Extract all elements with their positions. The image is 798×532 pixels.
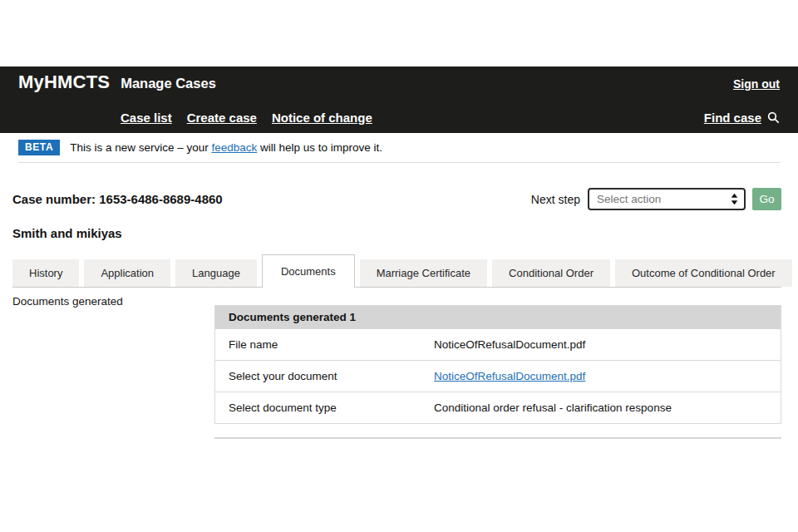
beta-banner: BETA This is a new service – your feedba… [18, 133, 780, 163]
main-content: Case number: 1653-6486-8689-4860 Next st… [0, 188, 798, 439]
nav-create-case[interactable]: Create case [187, 111, 257, 125]
brand-logo: MyHMCTS [18, 71, 110, 93]
next-step-selected-value: Select action [597, 193, 731, 205]
tab-application[interactable]: Application [84, 259, 170, 287]
case-number: Case number: 1653-6486-8689-4860 [12, 192, 223, 206]
app-header: MyHMCTS Manage Cases Sign out Case list … [0, 66, 798, 133]
beta-text-prefix: This is a new service – your [70, 141, 211, 154]
tab-documents[interactable]: Documents [262, 254, 355, 288]
nav-case-list[interactable]: Case list [121, 111, 172, 125]
tab-language[interactable]: Language [175, 259, 257, 287]
tab-marriage-certificate[interactable]: Marriage Certificate [360, 259, 487, 287]
tab-history[interactable]: History [12, 259, 79, 287]
case-tabs: History Application Language Documents M… [12, 254, 781, 288]
row-label: File name [215, 329, 421, 360]
tab-conditional-order[interactable]: Conditional Order [492, 259, 610, 287]
case-parties-title: Smith and mikiyas [12, 226, 781, 240]
beta-text-suffix: will help us to improve it. [257, 141, 382, 154]
service-title: Manage Cases [121, 76, 216, 91]
next-step-label: Next step [531, 193, 580, 206]
beta-badge: BETA [18, 140, 60, 155]
table-row: Select your document NoticeOfRefusalDocu… [215, 361, 781, 392]
search-icon[interactable] [767, 111, 780, 124]
row-label: Select your document [215, 361, 421, 392]
tab-outcome-of-conditional-order[interactable]: Outcome of Conditional Order [615, 259, 792, 287]
feedback-link[interactable]: feedback [212, 141, 258, 154]
next-step-control: Next step Select action Go [531, 188, 781, 210]
row-label: Select document type [215, 392, 421, 423]
nav-notice-of-change[interactable]: Notice of change [272, 111, 372, 125]
document-type-value: Conditional order refusal - clarificatio… [421, 392, 781, 423]
field-group-label: Documents generated [12, 288, 214, 308]
select-spinner-icon [731, 193, 738, 205]
table-header: Documents generated 1 [215, 306, 781, 329]
find-case-link[interactable]: Find case [704, 111, 761, 125]
page-top-whitespace [0, 0, 798, 66]
sign-out-link[interactable]: Sign out [733, 77, 780, 91]
table-row: Select document type Conditional order r… [215, 392, 781, 423]
documents-generated-table: Documents generated 1 File name NoticeOf… [214, 305, 781, 424]
go-button[interactable]: Go [752, 188, 781, 210]
file-name-value: NoticeOfRefusalDocument.pdf [421, 329, 781, 360]
next-step-select[interactable]: Select action [588, 188, 746, 210]
primary-nav: Case list Create case Notice of change [121, 111, 372, 125]
beta-banner-text: This is a new service – your feedback wi… [70, 141, 382, 154]
section-divider [214, 437, 781, 439]
table-row: File name NoticeOfRefusalDocument.pdf [215, 329, 781, 361]
document-download-link[interactable]: NoticeOfRefusalDocument.pdf [434, 370, 585, 382]
